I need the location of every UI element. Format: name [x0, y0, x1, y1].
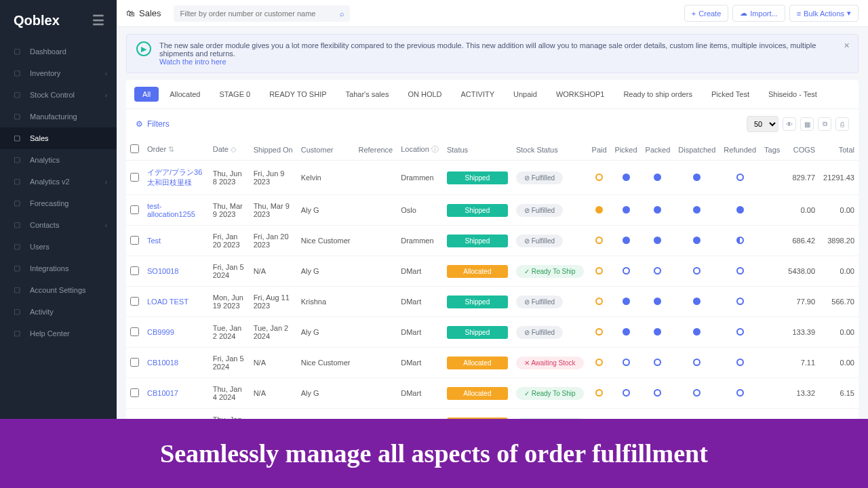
sidebar-item-contacts[interactable]: ▢Contacts›: [0, 214, 117, 236]
tab-workshop1[interactable]: WORKSHOP1: [548, 87, 613, 102]
order-link[interactable]: CB10018: [147, 359, 205, 367]
table-row[interactable]: LOAD TESTMon, Jun 19 2023Fri, Aug 11 202…: [126, 287, 859, 317]
bulk-actions-button[interactable]: ≡Bulk Actions ▾: [789, 5, 859, 22]
row-checkbox[interactable]: [130, 173, 139, 182]
visibility-icon[interactable]: 👁: [783, 117, 796, 131]
tab-tahar-s-sales[interactable]: Tahar's sales: [338, 87, 397, 102]
sort-icon: ◇: [231, 145, 236, 153]
col-paid[interactable]: Paid: [588, 139, 611, 161]
sidebar-item-manufacturing[interactable]: ▢Manufacturing: [0, 106, 117, 127]
status-dot: [693, 298, 701, 305]
sidebar-item-activity[interactable]: ▢Activity: [0, 301, 117, 323]
col-dispatched[interactable]: Dispatched: [674, 139, 719, 161]
tab-stage-0[interactable]: STAGE 0: [212, 87, 259, 102]
col-reference[interactable]: Reference: [354, 139, 397, 161]
col-stock-status[interactable]: Stock Status: [512, 139, 588, 161]
sidebar-item-inventory[interactable]: ▢Inventory›: [0, 62, 117, 84]
table-row[interactable]: CB10017Thu, Jan 4 2024N/AAly GDMartAlloc…: [126, 378, 859, 409]
col-date[interactable]: Date ◇: [209, 139, 250, 161]
order-link[interactable]: Test: [147, 237, 205, 245]
nav-list: ▢Dashboard▢Inventory›▢Stock Control›▢Man…: [0, 41, 117, 344]
order-link[interactable]: test-allocation1255: [147, 202, 205, 218]
table-row[interactable]: CB10016Thu, Jan 4 2024N/AABCDDMartAlloca…: [126, 409, 859, 420]
table-row[interactable]: CB10018Fri, Jan 5 2024N/ANice CustomerDM…: [126, 348, 859, 378]
col-refunded[interactable]: Refunded: [719, 139, 760, 161]
row-checkbox[interactable]: [130, 205, 139, 214]
table-row[interactable]: CB9999Tue, Jan 2 2024Tue, Jan 2 2024Aly …: [126, 317, 859, 348]
close-icon[interactable]: ✕: [844, 41, 850, 50]
sidebar-item-account-settings[interactable]: ▢Account Settings: [0, 279, 117, 301]
col-total[interactable]: Total: [819, 139, 859, 161]
col-order[interactable]: Order ⇅: [143, 139, 209, 161]
col-tags[interactable]: Tags: [760, 139, 784, 161]
row-checkbox[interactable]: [130, 327, 139, 336]
table-row[interactable]: SO10018Fri, Jan 5 2024N/AAly GDMartAlloc…: [126, 256, 859, 287]
customer-cell: Aly G: [297, 195, 355, 226]
sidebar-item-integrations[interactable]: ▢Integrations: [0, 258, 117, 279]
copy-icon[interactable]: ⧉: [818, 117, 831, 131]
col-customer[interactable]: Customer: [297, 139, 355, 161]
tab-all[interactable]: All: [134, 87, 159, 102]
sidebar-item-dashboard[interactable]: ▢Dashboard: [0, 41, 117, 62]
nav-icon: ▢: [14, 112, 23, 121]
search-input[interactable]: [174, 5, 350, 22]
select-all-checkbox[interactable]: [130, 144, 139, 153]
sidebar-item-sales[interactable]: ▢Sales: [0, 127, 117, 149]
columns-icon[interactable]: ▦: [800, 117, 814, 131]
col-location[interactable]: Location ⓘ: [397, 139, 443, 161]
page-size-select[interactable]: 50: [747, 116, 778, 132]
col-cogs[interactable]: COGS: [784, 139, 819, 161]
menu-toggle-icon[interactable]: ☰: [92, 12, 103, 28]
import-button[interactable]: ☁Import...: [732, 5, 785, 22]
row-checkbox[interactable]: [130, 266, 139, 275]
create-button[interactable]: +Create: [684, 5, 728, 22]
status-dot: [693, 237, 701, 244]
tab-on-hold[interactable]: ON HOLD: [399, 87, 450, 102]
order-link[interactable]: LOAD TEST: [147, 298, 205, 306]
tab-picked-test[interactable]: Picked Test: [703, 87, 757, 102]
col-packed[interactable]: Packed: [642, 139, 675, 161]
sidebar-item-users[interactable]: ▢Users: [0, 236, 117, 258]
col-status[interactable]: Status: [443, 139, 512, 161]
row-checkbox[interactable]: [130, 358, 139, 367]
order-link[interactable]: CB9999: [147, 328, 205, 336]
status-dot: [623, 328, 630, 336]
table-row[interactable]: TestFri, Jan 20 2023Fri, Jan 20 2023Nice…: [126, 226, 859, 256]
tab-activity[interactable]: ACTIVITY: [453, 87, 503, 102]
row-checkbox[interactable]: [130, 236, 139, 245]
table-row[interactable]: test-allocation1255Thu, Mar 9 2023Thu, M…: [126, 195, 859, 226]
sidebar-item-analytics[interactable]: ▢Analytics: [0, 149, 117, 171]
row-checkbox[interactable]: [130, 297, 139, 306]
col-shipped-on[interactable]: Shipped On: [250, 139, 297, 161]
sidebar-item-help-center[interactable]: ▢Help Center: [0, 323, 117, 344]
date-cell: Mon, Jun 19 2023: [209, 287, 250, 317]
tab-unpaid[interactable]: Unpaid: [505, 87, 545, 102]
search-icon[interactable]: ⌕: [340, 9, 344, 18]
stock-status-pill: ✓ Ready To Ship: [516, 387, 584, 400]
sidebar-item-stock-control[interactable]: ▢Stock Control›: [0, 84, 117, 106]
sidebar-item-analytics-v2[interactable]: ▢Analytics v2›: [0, 171, 117, 192]
stock-status-pill: ⊘ Fulfilled: [516, 171, 563, 184]
tab-allocated[interactable]: Allocated: [161, 87, 208, 102]
table-row[interactable]: イデア/プラン36 太和田枝里様Thu, Jun 8 2023Fri, Jun …: [126, 161, 859, 195]
col-checkbox[interactable]: [126, 139, 143, 161]
status-dot: [654, 389, 661, 396]
col-picked[interactable]: Picked: [611, 139, 642, 161]
order-link[interactable]: イデア/プラン36 太和田枝里様: [147, 167, 205, 188]
tab-ready-to-ship[interactable]: READY TO SHIP: [261, 87, 334, 102]
table-header-row: Order ⇅Date ◇Shipped OnCustomerReference…: [126, 139, 859, 161]
banner-link[interactable]: Watch the intro here: [159, 58, 226, 66]
tags-cell: [760, 409, 784, 420]
total-cell: 21291.43: [819, 161, 859, 195]
sidebar-item-forecasting[interactable]: ▢Forecasting: [0, 192, 117, 214]
status-dot: [623, 174, 630, 181]
order-link[interactable]: SO10018: [147, 267, 205, 275]
toolbar-right: 50 👁 ▦ ⧉ ⎙: [747, 116, 849, 132]
tab-ready-to-ship-orders[interactable]: Ready to ship orders: [615, 87, 701, 102]
tab-shiseido-test[interactable]: Shiseido - Test: [760, 87, 825, 102]
print-icon[interactable]: ⎙: [835, 117, 849, 131]
filters-button[interactable]: ⚙ Filters: [136, 119, 170, 129]
row-checkbox[interactable]: [130, 388, 139, 397]
order-link[interactable]: CB10017: [147, 389, 205, 397]
nav-icon: ▢: [14, 177, 23, 186]
